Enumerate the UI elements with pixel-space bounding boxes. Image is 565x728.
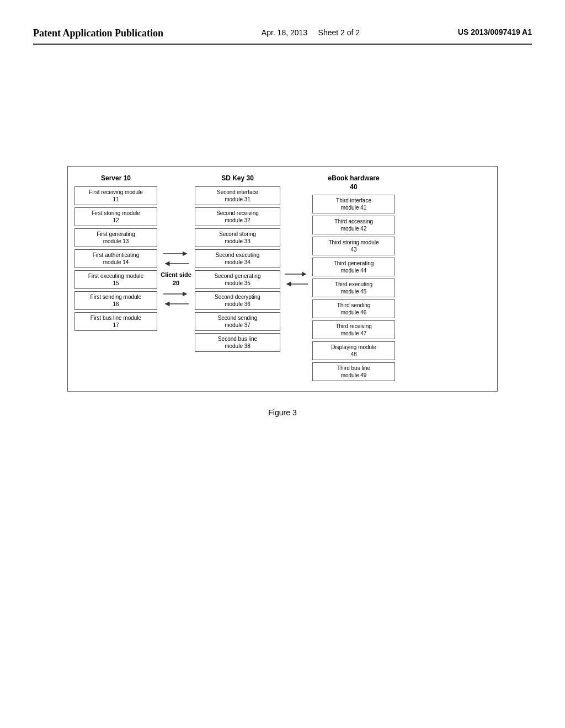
client-side-area: Client side 20 [159,174,193,383]
figure-caption: Figure 3 [268,408,296,417]
module-box: First authenticatingmodule 14 [74,249,157,268]
publication-title: Patent Application Publication [33,28,163,39]
module-box: Second receivingmodule 32 [195,207,280,226]
module-box: First sending module16 [74,291,157,310]
publication-number: US 2013/0097419 A1 [458,28,532,36]
diagram-area: Server 10 First receiving module11 First… [33,166,532,417]
middle-arrow-area [282,174,310,383]
ebook-column: eBook hardware 40 Third interfacemodule … [312,174,395,383]
module-box: Third interfacemodule 41 [312,195,395,213]
module-box: First receiving module11 [74,186,157,205]
module-box: Second decryptingmodule 36 [195,291,280,310]
module-box: Second executingmodule 34 [195,249,280,268]
ebook-title: eBook hardware 40 [328,174,379,191]
module-box: Third generatingmodule 44 [312,258,395,276]
client-label: Client side 20 [161,271,191,287]
module-box: Third receivingmodule 47 [312,320,395,339]
module-box: Displaying module48 [312,341,395,360]
page-header: Patent Application Publication Apr. 18, … [33,28,532,45]
arrow-right-icon-2 [162,289,190,299]
arrow-left-icon-2 [162,299,190,309]
module-box: Second sendingmodule 37 [195,312,280,331]
server-column: Server 10 First receiving module11 First… [74,174,157,383]
module-box: Third executingmodule 45 [312,279,395,297]
arrow-left-icon-3 [284,279,309,289]
arrow-left-icon [162,259,190,269]
arrow-right-icon [162,249,190,259]
module-box: First generatingmodule 13 [74,228,157,247]
module-box: Second interfacemodule 31 [195,186,280,205]
module-box: Third storing module43 [312,237,395,255]
module-box: Second bus linemodule 38 [195,333,280,352]
arrow-right-icon-3 [284,269,309,279]
module-box: Third sendingmodule 46 [312,299,395,318]
module-box: Third accessingmodule 42 [312,216,395,234]
publication-date: Apr. 18, 2013 [262,28,307,37]
module-box: Second storingmodule 33 [195,228,280,247]
publication-date-sheet: Apr. 18, 2013 Sheet 2 of 2 [262,28,360,39]
sheet-info: Sheet 2 of 2 [318,28,360,37]
module-box: Third bus linemodule 49 [312,362,395,381]
system-diagram: Server 10 First receiving module11 First… [67,166,498,392]
module-box: First bus line module17 [74,312,157,331]
server-title: Server 10 [101,174,131,183]
module-box: Second generatingmodule 35 [195,270,280,289]
module-box: First storing module12 [74,207,157,226]
sdkey-column: SD Key 30 Second interfacemodule 31 Seco… [195,174,280,383]
sdkey-title: SD Key 30 [221,174,254,183]
module-box: First executing module15 [74,270,157,289]
